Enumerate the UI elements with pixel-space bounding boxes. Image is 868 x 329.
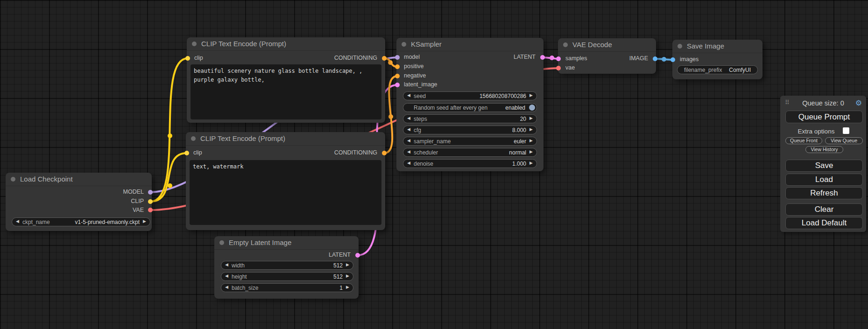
output-label-clip: CLIP (131, 198, 144, 204)
node-header[interactable]: Load Checkpoint (6, 173, 152, 186)
collapse-dot-icon[interactable] (192, 42, 197, 46)
conditioning-output-port[interactable] (382, 56, 387, 61)
input-label-model: model (404, 54, 420, 60)
load-button[interactable]: Load (785, 174, 863, 186)
queue-front-button[interactable]: Queue Front (785, 137, 822, 144)
prompt-text-area[interactable]: beautiful scenery nature glass bottle la… (191, 64, 381, 119)
vae-input-port[interactable] (556, 66, 561, 70)
image-output-port[interactable] (653, 56, 657, 61)
input-label-latent-image: latent_image (404, 81, 438, 88)
increment-arrow-icon[interactable]: ▶ (529, 149, 533, 154)
decrement-arrow-icon[interactable]: ◀ (407, 138, 410, 143)
widget-value: 156680208700286 (480, 93, 526, 99)
increment-arrow-icon[interactable]: ▶ (529, 127, 533, 132)
node-header[interactable]: Save Image (672, 40, 762, 53)
widget-label: cfg (414, 127, 421, 133)
node-title: KSampler (411, 38, 442, 51)
view-history-button[interactable]: View History (805, 146, 843, 153)
node-header[interactable]: KSampler (396, 38, 543, 51)
denoise-widget[interactable]: ◀ denoise 1.000 ▶ (403, 159, 537, 168)
node-save-image[interactable]: Save Image images filename_prefix ComfyU… (672, 40, 762, 79)
increment-arrow-icon[interactable]: ▶ (529, 161, 533, 165)
filename-prefix-widget[interactable]: filename_prefix ComfyUI (677, 65, 758, 74)
vae-output-port[interactable] (148, 208, 153, 212)
scheduler-widget[interactable]: ◀ scheduler normal ▶ (403, 148, 537, 157)
width-widget[interactable]: ◀ width 512 ▶ (221, 261, 353, 270)
gear-icon[interactable]: ⚙ (855, 98, 862, 107)
collapse-dot-icon[interactable] (191, 136, 196, 141)
collapse-dot-icon[interactable] (677, 44, 682, 49)
increment-arrow-icon[interactable]: ▶ (529, 116, 533, 120)
collapse-dot-icon[interactable] (219, 240, 224, 245)
steps-widget[interactable]: ◀ steps 20 ▶ (403, 114, 537, 123)
collapse-dot-icon[interactable] (402, 42, 406, 47)
increment-arrow-icon[interactable]: ▶ (346, 262, 349, 267)
decrement-arrow-icon[interactable]: ◀ (407, 149, 410, 154)
cfg-widget[interactable]: ◀ cfg 8.000 ▶ (403, 126, 537, 134)
decrement-arrow-icon[interactable]: ◀ (407, 116, 410, 120)
positive-input-port[interactable] (395, 64, 400, 69)
widget-label: sampler_name (414, 138, 451, 145)
widget-value: 8.000 (512, 127, 526, 133)
prompt-text-area[interactable]: text, watermark (190, 160, 381, 225)
clip-input-port[interactable] (184, 151, 189, 155)
view-queue-button[interactable]: View Queue (825, 137, 863, 144)
node-clip-text-encode-positive[interactable]: CLIP Text Encode (Prompt) clip CONDITION… (187, 37, 385, 123)
decrement-arrow-icon[interactable]: ◀ (225, 273, 228, 278)
save-button[interactable]: Save (785, 160, 863, 172)
ckpt-name-widget[interactable]: ◀ ckpt_name v1-5-pruned-emaonly.ckpt ▶ (12, 217, 150, 226)
node-load-checkpoint[interactable]: Load Checkpoint MODEL CLIP VAE ◀ ckpt_na… (6, 173, 152, 231)
model-input-port[interactable] (395, 55, 400, 60)
decrement-arrow-icon[interactable]: ◀ (16, 219, 19, 224)
refresh-button[interactable]: Refresh (785, 187, 863, 199)
increment-arrow-icon[interactable]: ▶ (529, 138, 533, 143)
input-label-vae: vae (565, 64, 575, 71)
negative-input-port[interactable] (395, 74, 400, 78)
node-vae-decode[interactable]: VAE Decode samples vae IMAGE (558, 38, 656, 74)
images-input-port[interactable] (670, 57, 675, 62)
increment-arrow-icon[interactable]: ▶ (346, 273, 349, 278)
node-header[interactable]: VAE Decode (558, 38, 656, 52)
node-empty-latent-image[interactable]: Empty Latent Image LATENT ◀ width 512 ▶ … (214, 236, 359, 299)
toggle-dot-icon[interactable] (529, 105, 535, 111)
widget-value: euler (514, 138, 526, 145)
latent-output-port[interactable] (355, 253, 360, 258)
increment-arrow-icon[interactable]: ▶ (529, 93, 533, 98)
widget-value: v1-5-pruned-emaonly.ckpt (75, 219, 140, 225)
clip-input-port[interactable] (185, 56, 190, 61)
node-header[interactable]: CLIP Text Encode (Prompt) (186, 132, 385, 146)
decrement-arrow-icon[interactable]: ◀ (407, 127, 410, 132)
samples-input-port[interactable] (556, 56, 561, 61)
height-widget[interactable]: ◀ height 512 ▶ (221, 272, 353, 281)
widget-label: ckpt_name (22, 219, 50, 225)
model-output-port[interactable] (148, 190, 153, 195)
batch-size-widget[interactable]: ◀ batch_size 1 ▶ (221, 283, 353, 292)
collapse-dot-icon[interactable] (563, 42, 568, 47)
decrement-arrow-icon[interactable]: ◀ (225, 262, 228, 267)
clip-output-port[interactable] (148, 199, 153, 204)
extra-options-checkbox[interactable] (843, 127, 849, 134)
latent-image-input-port[interactable] (395, 83, 400, 87)
decrement-arrow-icon[interactable]: ◀ (225, 285, 228, 289)
widget-value: ComfyUI (729, 67, 751, 73)
sampler-name-widget[interactable]: ◀ sampler_name euler ▶ (403, 137, 537, 146)
collapse-dot-icon[interactable] (11, 177, 15, 182)
queue-prompt-button[interactable]: Queue Prompt (785, 111, 863, 123)
decrement-arrow-icon[interactable]: ◀ (407, 161, 410, 165)
increment-arrow-icon[interactable]: ▶ (143, 219, 146, 224)
comfyui-canvas[interactable]: { "colors": { "model_purple": "#b39ddb",… (0, 0, 868, 329)
node-clip-text-encode-negative[interactable]: CLIP Text Encode (Prompt) clip CONDITION… (186, 132, 385, 230)
clear-button[interactable]: Clear (785, 203, 863, 216)
random-seed-toggle-widget[interactable]: Random seed after every gen enabled (403, 103, 537, 112)
node-ksampler[interactable]: KSampler model positive negative latent_… (396, 38, 543, 171)
node-header[interactable]: Empty Latent Image (214, 236, 359, 250)
decrement-arrow-icon[interactable]: ◀ (407, 93, 410, 98)
input-label-images: images (680, 56, 699, 63)
conditioning-output-port[interactable] (382, 151, 387, 155)
node-header[interactable]: CLIP Text Encode (Prompt) (187, 37, 385, 51)
seed-widget[interactable]: ◀ seed 156680208700286 ▶ (403, 91, 537, 100)
increment-arrow-icon[interactable]: ▶ (346, 285, 349, 289)
latent-output-port[interactable] (540, 55, 545, 60)
input-label-clip: clip (193, 149, 202, 156)
load-default-button[interactable]: Load Default (785, 217, 863, 229)
